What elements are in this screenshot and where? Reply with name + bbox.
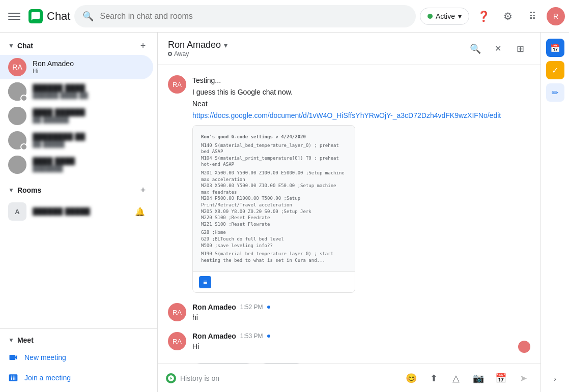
history-label: History is on bbox=[180, 374, 398, 382]
message-status-dot-6 bbox=[267, 306, 270, 309]
chat-search-icon: 🔍 bbox=[470, 43, 481, 54]
search-input[interactable] bbox=[100, 12, 407, 21]
tasks-app-button[interactable]: ✓ bbox=[546, 61, 564, 79]
chat-item-name-2: ██████ ████ bbox=[33, 84, 145, 92]
top-nav: Chat 🔍 Active ▾ ❓ ⚙ ⠿ R bbox=[0, 0, 569, 33]
user-initials: R bbox=[553, 12, 558, 20]
chat-item-preview: Hi bbox=[33, 68, 145, 75]
rooms-section-header[interactable]: ▼ Rooms + bbox=[0, 181, 157, 199]
user-avatar[interactable]: R bbox=[547, 7, 565, 25]
edit-app-icon: ✏ bbox=[552, 88, 558, 98]
video-icon: 📷 bbox=[473, 373, 484, 384]
join-meeting-icon bbox=[8, 373, 18, 383]
rooms-section-label: Rooms bbox=[17, 186, 41, 194]
reaction-avatar bbox=[518, 341, 530, 353]
meet-section-label: Meet bbox=[17, 336, 34, 344]
input-area: History is on 😊 ⬆ △ 📷 📅 ➤ bbox=[158, 364, 540, 392]
send-icon: ➤ bbox=[520, 373, 527, 384]
pin-button[interactable]: ✕ bbox=[488, 39, 508, 59]
meet-section: ▼ Meet New meeting bbox=[0, 328, 157, 392]
add-chat-button[interactable]: + bbox=[137, 40, 149, 52]
avatar-5 bbox=[8, 156, 26, 174]
emoji-button[interactable]: 😊 bbox=[402, 369, 420, 387]
message-row-6: RA Ron Amadeo 1:52 PM hi bbox=[168, 301, 530, 326]
upload-button[interactable]: ⬆ bbox=[424, 369, 443, 387]
expand-app-icon: ⊞ bbox=[517, 43, 524, 54]
expand-panel-icon: › bbox=[554, 375, 556, 383]
hamburger-menu-button[interactable] bbox=[4, 6, 24, 26]
calendar-icon: 📅 bbox=[495, 373, 506, 384]
message-avatar-7: RA bbox=[168, 332, 186, 350]
calendar-button[interactable]: 📅 bbox=[492, 369, 510, 387]
help-icon: ❓ bbox=[477, 10, 490, 22]
pin-icon: ✕ bbox=[495, 44, 501, 53]
avatar-4 bbox=[8, 131, 26, 149]
chat-contact-name[interactable]: Ron Amadeo ▾ bbox=[168, 40, 465, 50]
attachment-doc-icon: ≡ bbox=[199, 276, 211, 288]
settings-button[interactable]: ⚙ bbox=[498, 6, 518, 26]
chat-search-button[interactable]: 🔍 bbox=[465, 39, 486, 59]
message-link[interactable]: https://docs.google.com/document/d/1vW4O… bbox=[192, 110, 530, 121]
chat-item-2[interactable]: ██████ ████ ██████ ████ ██ bbox=[0, 79, 153, 104]
message-sender-7: Ron Amadeo bbox=[192, 332, 236, 340]
chat-item-3[interactable]: ████ ██████ ██ ██████ bbox=[0, 104, 153, 128]
sidebar-content: ▼ Chat + RA Ron Amadeo Hi bbox=[0, 33, 157, 328]
search-bar[interactable]: 🔍 bbox=[74, 5, 415, 27]
status-label: Active bbox=[436, 12, 455, 20]
chat-section-header[interactable]: ▼ Chat + bbox=[0, 37, 157, 55]
expand-app-button[interactable]: ⊞ bbox=[510, 39, 530, 59]
meet-section-header[interactable]: ▼ Meet bbox=[0, 333, 157, 347]
help-button[interactable]: ❓ bbox=[473, 6, 494, 26]
chat-item-name: Ron Amadeo bbox=[33, 59, 145, 68]
chat-section-label: Chat bbox=[17, 42, 33, 50]
attachment-card[interactable]: Ron's good G-code settings v 4/24/2020 M… bbox=[192, 125, 355, 293]
chat-item-ron-amadeo[interactable]: RA Ron Amadeo Hi bbox=[0, 55, 153, 79]
join-meeting-button[interactable]: Join a meeting bbox=[0, 368, 157, 388]
history-on-icon bbox=[166, 373, 176, 383]
app-title: Chat bbox=[47, 10, 70, 23]
calendar-app-icon: 📅 bbox=[550, 43, 560, 53]
messages-area[interactable]: RA Testing... I guess this is Google cha… bbox=[158, 65, 540, 364]
message-avatar-6: RA bbox=[168, 303, 186, 321]
main-chat-area: Ron Amadeo ▾ Away 🔍 ✕ bbox=[158, 33, 540, 392]
apps-grid-icon: ⠿ bbox=[529, 10, 536, 22]
chat-item-5[interactable]: ████ ████ ███████ bbox=[0, 153, 153, 177]
new-meeting-button[interactable]: New meeting bbox=[0, 347, 157, 368]
chat-header-dropdown-icon: ▾ bbox=[224, 41, 227, 49]
alert-icon: △ bbox=[452, 373, 460, 384]
upload-icon: ⬆ bbox=[430, 373, 438, 384]
room-avatar-1: A bbox=[8, 202, 26, 221]
edit-app-button[interactable]: ✏ bbox=[546, 83, 564, 102]
room-bell-icon: 🔔 bbox=[135, 207, 145, 217]
status-dropdown-icon: ▾ bbox=[458, 12, 462, 20]
apps-grid-button[interactable]: ⠿ bbox=[522, 6, 543, 26]
chat-contact-status: Away bbox=[168, 50, 465, 57]
message-row-7: RA Ron Amadeo 1:53 PM Hi bbox=[168, 330, 530, 355]
tasks-app-icon: ✓ bbox=[552, 66, 558, 75]
video-button[interactable]: 📷 bbox=[469, 369, 488, 387]
google-doc-link[interactable]: https://docs.google.com/document/d/1vW4O… bbox=[192, 111, 501, 119]
room-item-1[interactable]: A ██████ █████ 🔔 bbox=[0, 199, 153, 224]
send-button[interactable]: ➤ bbox=[514, 369, 532, 387]
message-text-7: Hi bbox=[192, 341, 510, 352]
message-row-thread-start: RA Testing... I guess this is Google cha… bbox=[168, 73, 530, 295]
message-reaction-avatar-container bbox=[516, 339, 530, 353]
avatar-ron-amadeo: RA bbox=[8, 58, 26, 76]
message-status-dot-7 bbox=[267, 335, 270, 338]
message-text-6: hi bbox=[192, 312, 530, 323]
add-room-button[interactable]: + bbox=[137, 184, 149, 196]
status-button[interactable]: Active ▾ bbox=[420, 8, 469, 25]
hamburger-icon bbox=[8, 10, 20, 22]
input-box[interactable]: History is on bbox=[180, 374, 398, 382]
search-icon: 🔍 bbox=[82, 11, 94, 22]
chat-header: Ron Amadeo ▾ Away 🔍 ✕ bbox=[158, 33, 540, 65]
message-time-7: 1:53 PM bbox=[240, 333, 263, 340]
expand-panel-button[interactable]: › bbox=[546, 370, 564, 388]
message-avatar-thread: RA bbox=[168, 75, 186, 94]
calendar-app-button[interactable]: 📅 bbox=[546, 39, 564, 57]
message-sender-6: Ron Amadeo bbox=[192, 303, 236, 311]
message-time-6: 1:52 PM bbox=[240, 304, 263, 311]
chat-item-4[interactable]: ████████ ██ ██ █████ bbox=[0, 128, 153, 153]
attachment-preview: Ron's good G-code settings v 4/24/2020 M… bbox=[193, 126, 355, 272]
alert-button[interactable]: △ bbox=[447, 369, 465, 387]
